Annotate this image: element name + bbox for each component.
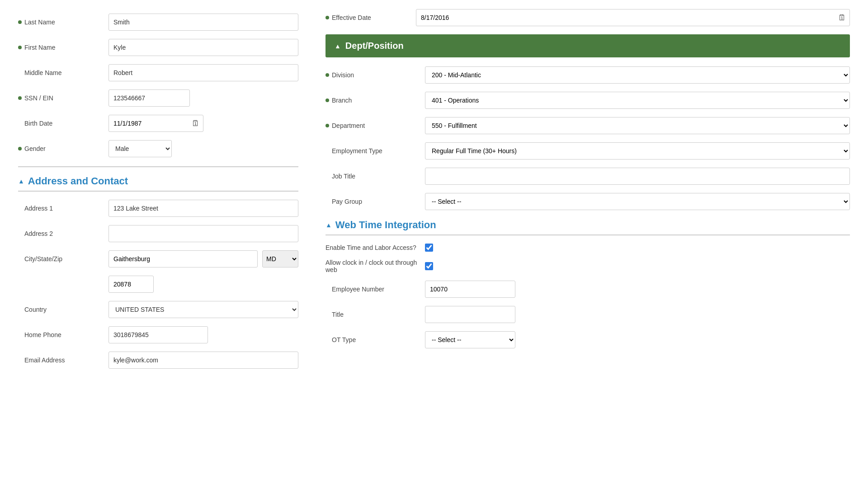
branch-select[interactable]: 401 - Operations 402 - Sales 403 - HR bbox=[425, 92, 850, 109]
address1-label: Address 1 bbox=[18, 205, 108, 212]
required-dot bbox=[18, 147, 22, 150]
pay-group-select[interactable]: -- Select -- Weekly Bi-Weekly Monthly bbox=[425, 193, 850, 210]
calendar-icon[interactable]: 🗓 bbox=[192, 119, 200, 128]
home-phone-label: Home Phone bbox=[18, 331, 108, 338]
effective-date-input[interactable] bbox=[416, 9, 850, 26]
gender-select[interactable]: Male Female Other bbox=[108, 140, 172, 157]
allow-clock-checkbox[interactable] bbox=[425, 262, 433, 270]
required-dot bbox=[18, 46, 22, 49]
effective-date-label: Effective Date bbox=[326, 14, 407, 21]
zip-row bbox=[18, 276, 298, 293]
enable-time-labor-row: Enable Time and Labor Access? bbox=[326, 244, 850, 252]
ot-type-select[interactable]: -- Select -- None Daily Weekly bbox=[425, 331, 515, 348]
birth-date-label: Birth Date bbox=[18, 120, 108, 127]
first-name-row: First Name bbox=[18, 39, 298, 56]
ssn-ein-input[interactable] bbox=[108, 89, 190, 107]
first-name-label: First Name bbox=[18, 44, 108, 51]
home-phone-row: Home Phone bbox=[18, 326, 298, 343]
pay-group-label: Pay Group bbox=[326, 198, 425, 205]
enable-time-labor-label: Enable Time and Labor Access? bbox=[326, 244, 425, 251]
country-row: Country UNITED STATES CANADA bbox=[18, 301, 298, 318]
division-row: Division 200 - Mid-Atlantic 100 - Northe… bbox=[326, 66, 850, 84]
middle-name-label: Middle Name bbox=[18, 69, 108, 76]
birth-date-row: Birth Date 🗓 bbox=[18, 115, 298, 132]
zip-input[interactable] bbox=[108, 276, 154, 293]
allow-clock-row: Allow clock in / clock out through web bbox=[326, 259, 850, 273]
chevron-up-icon[interactable]: ▲ bbox=[335, 42, 341, 50]
required-dot bbox=[326, 16, 329, 19]
department-row: Department 550 - Fulfillment 551 - Shipp… bbox=[326, 117, 850, 134]
gender-row: Gender Male Female Other bbox=[18, 140, 298, 157]
department-select[interactable]: 550 - Fulfillment 551 - Shipping 552 - R… bbox=[425, 117, 850, 134]
ssn-ein-label: SSN / EIN bbox=[18, 94, 108, 102]
chevron-up-icon[interactable]: ▲ bbox=[326, 221, 332, 229]
job-title-input[interactable] bbox=[425, 168, 850, 185]
city-state-zip-label: City/State/Zip bbox=[18, 255, 108, 263]
employment-type-select[interactable]: Regular Full Time (30+ Hours) Part Time … bbox=[425, 142, 850, 160]
employment-type-label: Employment Type bbox=[326, 147, 425, 155]
country-select[interactable]: UNITED STATES CANADA bbox=[108, 301, 298, 318]
last-name-row: Last Name bbox=[18, 14, 298, 31]
address-section-header: ▲ Address and Contact bbox=[18, 175, 298, 192]
address2-label: Address 2 bbox=[18, 230, 108, 237]
pay-group-row: Pay Group -- Select -- Weekly Bi-Weekly … bbox=[326, 193, 850, 210]
city-state-zip-inputs: MD VA DC bbox=[108, 250, 298, 267]
address2-input[interactable] bbox=[108, 225, 298, 242]
required-dot bbox=[326, 73, 329, 77]
ot-type-label: OT Type bbox=[326, 336, 425, 343]
chevron-up-icon[interactable]: ▲ bbox=[18, 178, 24, 185]
section-divider bbox=[18, 166, 298, 167]
division-select[interactable]: 200 - Mid-Atlantic 100 - Northeast 300 -… bbox=[425, 66, 850, 84]
home-phone-input[interactable] bbox=[108, 326, 208, 343]
required-dot bbox=[18, 96, 22, 100]
employee-number-input[interactable] bbox=[425, 281, 515, 298]
middle-name-input[interactable] bbox=[108, 64, 298, 81]
birth-date-wrapper: 🗓 bbox=[108, 115, 203, 132]
employee-number-row: Employee Number bbox=[326, 281, 850, 298]
effective-date-row: Effective Date 🗓 bbox=[326, 9, 850, 26]
required-dot bbox=[18, 20, 22, 24]
branch-label: Branch bbox=[326, 97, 425, 104]
email-label: Email Address bbox=[18, 357, 108, 364]
address1-row: Address 1 bbox=[18, 200, 298, 217]
gender-label: Gender bbox=[18, 145, 108, 152]
division-label: Division bbox=[326, 71, 425, 79]
country-label: Country bbox=[18, 306, 108, 313]
last-name-input[interactable] bbox=[108, 14, 298, 31]
enable-time-labor-checkbox[interactable] bbox=[425, 244, 433, 252]
calendar-icon[interactable]: 🗓 bbox=[838, 13, 846, 23]
allow-clock-label: Allow clock in / clock out through web bbox=[326, 259, 425, 273]
city-state-zip-row: City/State/Zip MD VA DC bbox=[18, 250, 298, 267]
title-input[interactable] bbox=[425, 306, 515, 323]
middle-name-row: Middle Name bbox=[18, 64, 298, 81]
email-input[interactable] bbox=[108, 352, 298, 369]
title-label: Title bbox=[326, 311, 425, 318]
employment-type-row: Employment Type Regular Full Time (30+ H… bbox=[326, 142, 850, 160]
department-label: Department bbox=[326, 122, 425, 129]
title-row: Title bbox=[326, 306, 850, 323]
address2-row: Address 2 bbox=[18, 225, 298, 242]
employee-number-label: Employee Number bbox=[326, 286, 425, 293]
state-select[interactable]: MD VA DC bbox=[262, 250, 298, 267]
ssn-ein-row: SSN / EIN bbox=[18, 89, 298, 107]
birth-date-input[interactable] bbox=[108, 115, 203, 132]
branch-row: Branch 401 - Operations 402 - Sales 403 … bbox=[326, 92, 850, 109]
email-row: Email Address bbox=[18, 352, 298, 369]
address1-input[interactable] bbox=[108, 200, 298, 217]
first-name-input[interactable] bbox=[108, 39, 298, 56]
job-title-label: Job Title bbox=[326, 173, 425, 180]
web-time-integration-header: ▲ Web Time Integration bbox=[326, 219, 850, 235]
last-name-label: Last Name bbox=[18, 19, 108, 26]
job-title-row: Job Title bbox=[326, 168, 850, 185]
required-dot bbox=[326, 124, 329, 127]
effective-date-wrapper: 🗓 bbox=[416, 9, 850, 26]
dept-position-header: ▲ Dept/Position bbox=[326, 34, 850, 57]
city-input[interactable] bbox=[108, 250, 258, 267]
required-dot bbox=[326, 99, 329, 102]
ot-type-row: OT Type -- Select -- None Daily Weekly bbox=[326, 331, 850, 348]
